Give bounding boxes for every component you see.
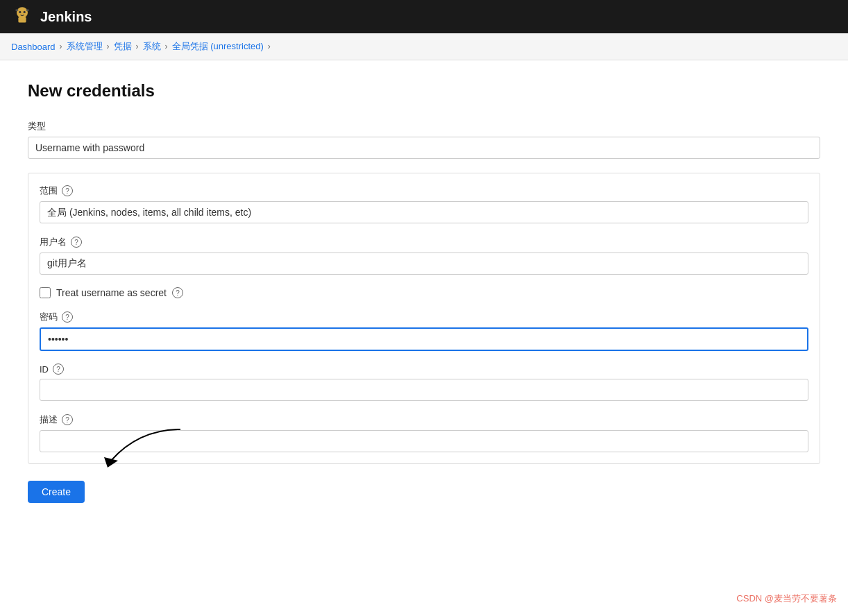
create-button[interactable]: Create (28, 481, 85, 503)
type-label: 类型 (28, 120, 820, 132)
description-help-icon[interactable]: ? (62, 414, 73, 425)
description-label: 描述 ? (40, 413, 808, 426)
svg-rect-1 (18, 17, 26, 22)
password-label: 密码 ? (40, 311, 808, 323)
jenkins-logo (11, 5, 33, 29)
username-field: 用户名 ? (40, 236, 808, 275)
username-help-icon[interactable]: ? (71, 237, 82, 248)
breadcrumb-global[interactable]: 全局凭据 (unrestricted) (172, 40, 264, 53)
treat-username-row: Treat username as secret ? (40, 287, 808, 298)
type-select[interactable]: Username with password (28, 137, 820, 159)
app-title: Jenkins (40, 9, 92, 25)
breadcrumb-system[interactable]: 系统 (143, 40, 161, 53)
breadcrumb-sep-4: › (165, 42, 168, 51)
scope-label: 范围 ? (40, 185, 808, 197)
breadcrumb-sep-3: › (136, 42, 139, 51)
id-field: ID ? (40, 363, 808, 401)
svg-rect-4 (15, 9, 18, 10)
svg-point-2 (19, 10, 21, 12)
id-input[interactable] (40, 379, 808, 401)
password-field: 密码 ? (40, 311, 808, 351)
app-header: Jenkins (0, 0, 848, 33)
svg-rect-5 (26, 9, 29, 10)
scope-select[interactable]: 全局 (Jenkins, nodes, items, all child ite… (40, 201, 808, 223)
password-help-icon[interactable]: ? (62, 311, 73, 323)
breadcrumb-dashboard[interactable]: Dashboard (11, 42, 56, 52)
breadcrumb-sep-2: › (107, 42, 110, 51)
scope-field: 范围 ? 全局 (Jenkins, nodes, items, all chil… (40, 185, 808, 223)
id-help-icon[interactable]: ? (53, 363, 64, 375)
treat-username-label: Treat username as secret (56, 287, 167, 298)
breadcrumb-credentials[interactable]: 凭据 (114, 40, 132, 53)
breadcrumb-system-manage[interactable]: 系统管理 (67, 40, 103, 53)
description-field: 描述 ? (40, 413, 808, 452)
description-input[interactable] (40, 430, 808, 452)
breadcrumb: Dashboard › 系统管理 › 凭据 › 系统 › 全局凭据 (unres… (0, 33, 848, 60)
username-input[interactable] (40, 253, 808, 275)
breadcrumb-sep-1: › (60, 42, 62, 51)
inner-form: 范围 ? 全局 (Jenkins, nodes, items, all chil… (28, 173, 820, 464)
breadcrumb-sep-5: › (268, 42, 271, 51)
treat-username-checkbox[interactable] (40, 287, 51, 298)
username-label: 用户名 ? (40, 236, 808, 248)
svg-point-0 (17, 7, 28, 18)
main-content: New credentials 类型 Username with passwor… (0, 60, 848, 524)
id-label: ID ? (40, 363, 808, 375)
treat-username-help-icon[interactable]: ? (172, 287, 183, 298)
type-field-section: 类型 Username with password (28, 120, 820, 159)
password-input[interactable] (40, 327, 808, 351)
scope-help-icon[interactable]: ? (62, 185, 73, 196)
svg-point-3 (24, 10, 26, 12)
create-button-area: Create (28, 464, 85, 503)
page-title: New credentials (28, 81, 820, 101)
